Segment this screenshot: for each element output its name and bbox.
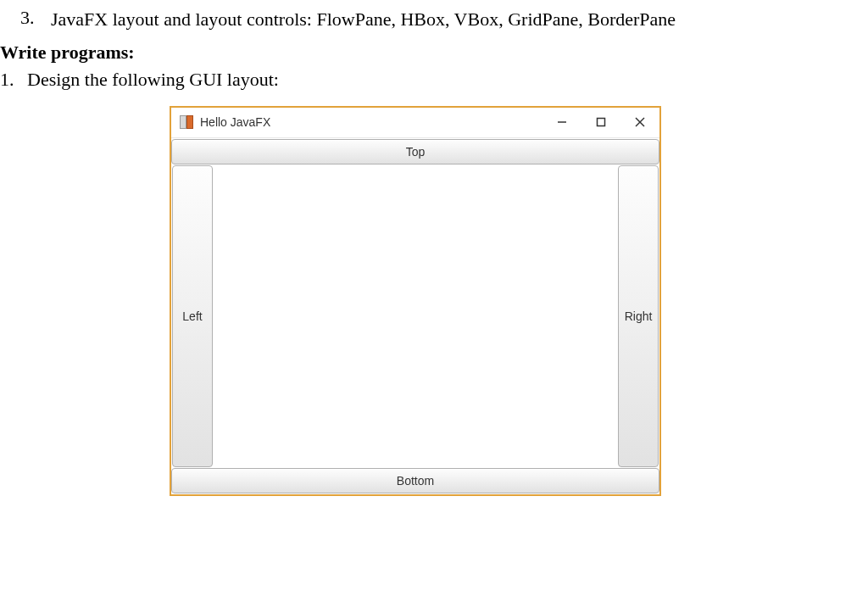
top-button[interactable]: Top [171,139,659,164]
maximize-button[interactable] [581,108,620,137]
middle-row: Left Right [171,165,659,467]
border-pane: Top Left Right Bottom [171,138,659,494]
list-item-3: 3. JavaFX layout and layout controls: Fl… [20,7,834,33]
close-button[interactable] [620,108,659,137]
button-label: Top [406,145,426,159]
minimize-button[interactable] [542,108,581,137]
center-region [214,165,617,467]
list-item-1: 1. Design the following GUI layout: [0,69,834,91]
button-label: Right [625,309,653,323]
window-title: Hello JavaFX [200,115,542,129]
close-icon [635,117,645,127]
app-window: Hello JavaFX Top Left [170,106,661,496]
button-label: Bottom [397,474,434,488]
section-heading: Write programs: [0,42,868,64]
bottom-button[interactable]: Bottom [171,468,659,493]
list-number: 1. [0,69,27,91]
title-bar: Hello JavaFX [171,108,659,138]
left-button[interactable]: Left [172,165,213,467]
window-controls [542,108,659,137]
list-number: 3. [20,7,51,29]
button-label: Left [182,309,202,323]
list-text: Design the following GUI layout: [27,69,834,91]
right-button[interactable]: Right [618,165,659,467]
list-text: JavaFX layout and layout controls: FlowP… [51,7,834,33]
maximize-icon [596,117,606,127]
app-icon [180,115,193,129]
minimize-icon [557,117,567,127]
svg-rect-1 [598,119,605,126]
